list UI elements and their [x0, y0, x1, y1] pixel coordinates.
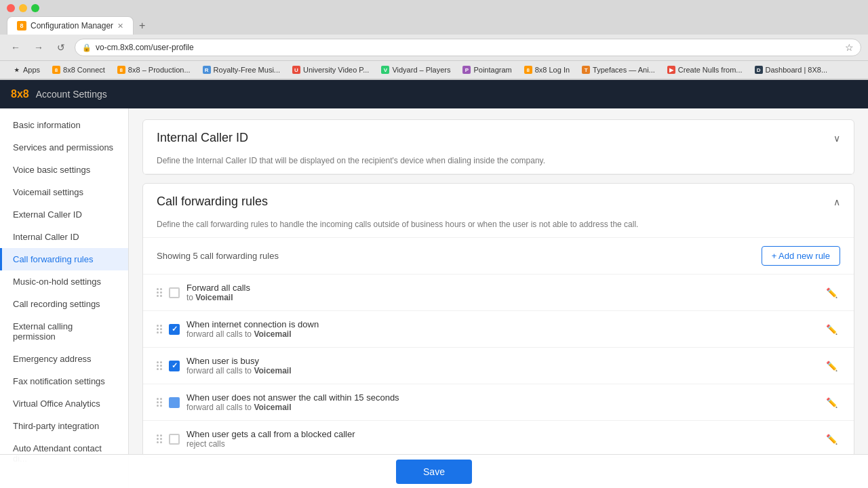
internal-caller-id-chevron: ∨ [833, 133, 840, 144]
browser-tab[interactable]: 8 Configuration Manager ✕ [7, 16, 134, 35]
rule-title-rule-2: When internet connection is down [186, 319, 816, 329]
bookmark-type[interactable]: TTypefaces — Ani... [576, 64, 660, 76]
rule-info-rule-5: When user gets a call from a blocked cal… [186, 429, 816, 449]
rule-title-rule-1: Forward all calls [186, 283, 816, 293]
drag-handle-rule-3[interactable] [157, 361, 162, 370]
bookmark-icon[interactable]: ☆ [845, 42, 854, 53]
reload-button[interactable]: ↺ [53, 41, 69, 54]
call-forwarding-chevron: ∧ [833, 197, 840, 207]
call-forwarding-subtitle: Define the call forwarding rules to hand… [143, 220, 854, 238]
bookmark-favicon-royalty: R [203, 66, 211, 74]
edit-rule-rule-2[interactable]: ✏️ [823, 321, 840, 338]
url-text: vo-cm.8x8.com/user-profile [96, 43, 841, 52]
close-window-button[interactable] [7, 4, 15, 12]
rule-checkbox-rule-5[interactable] [169, 434, 180, 445]
sidebar-item-internal-caller-id[interactable]: Internal Caller ID [0, 226, 128, 248]
internal-caller-id-section: Internal Caller ID ∨ Define the Internal… [142, 119, 854, 175]
bookmark-label-vidyard: Vidyard – Players [392, 66, 450, 74]
tab-favicon: 8 [17, 21, 26, 30]
rule-checkbox-rule-2[interactable] [169, 324, 180, 335]
rule-info-rule-4: When user does not answer the call withi… [186, 392, 816, 412]
bookmark-8x8log[interactable]: 88x8 Log In [519, 64, 575, 76]
edit-rule-rule-1[interactable]: ✏️ [823, 285, 840, 301]
bookmark-favicon-apps: ★ [12, 66, 20, 74]
traffic-lights [7, 4, 39, 12]
rules-list: Forward all callsto Voicemail✏️When inte… [143, 274, 854, 457]
minimize-window-button[interactable] [19, 4, 27, 12]
sidebar-item-voice-basic[interactable]: Voice basic settings [0, 159, 128, 181]
call-forwarding-header[interactable]: Call forwarding rules ∧ [143, 184, 854, 220]
bookmark-8x8prod[interactable]: 88x8 – Production... [112, 64, 196, 76]
sidebar-item-virtual-office[interactable]: Virtual Office Analytics [0, 392, 128, 415]
back-button[interactable]: ← [7, 41, 24, 54]
bookmark-label-royalty: Royalty-Free Musi... [214, 66, 280, 74]
bookmark-favicon-dash: D [755, 66, 763, 74]
bookmark-null[interactable]: ▶Create Nulls from... [662, 64, 748, 76]
bookmark-royalty[interactable]: RRoyalty-Free Musi... [197, 64, 285, 76]
rule-row: Forward all callsto Voicemail✏️ [143, 274, 854, 310]
drag-handle-rule-2[interactable] [157, 325, 162, 333]
add-rule-button[interactable]: + Add new rule [762, 246, 840, 266]
bookmark-dash[interactable]: DDashboard | 8X8... [749, 64, 833, 76]
bookmark-label-dash: Dashboard | 8X8... [766, 66, 828, 74]
drag-handle-rule-1[interactable] [157, 288, 162, 297]
bookmark-label-8x8connect: 8x8 Connect [63, 66, 105, 74]
sidebar-item-fax-notification[interactable]: Fax notification settings [0, 370, 128, 392]
bookmark-vidyard[interactable]: VVidyard – Players [376, 64, 456, 76]
internal-caller-id-subtitle: Define the Internal Caller ID that will … [143, 156, 854, 174]
call-forwarding-title: Call forwarding rules [157, 195, 268, 209]
rule-info-rule-3: When user is busyforward all calls to Vo… [186, 356, 816, 375]
bookmark-poi[interactable]: PPointagram [457, 64, 517, 76]
sidebar-item-call-recording[interactable]: Call recording settings [0, 293, 128, 315]
address-bar[interactable]: 🔒 vo-cm.8x8.com/user-profile ☆ [75, 39, 861, 56]
bookmark-label-apps: Apps [23, 66, 40, 74]
new-tab-button[interactable]: + [134, 17, 151, 35]
bookmark-label-type: Typefaces — Ani... [593, 66, 655, 74]
bookmark-label-8x8log: 8x8 Log In [535, 66, 570, 74]
internal-caller-id-header[interactable]: Internal Caller ID ∨ [143, 120, 854, 156]
lock-icon: 🔒 [82, 43, 92, 52]
bookmark-favicon-8x8connect: 8 [52, 66, 60, 74]
bookmark-favicon-8x8log: 8 [524, 66, 532, 74]
bookmarks-bar: ★Apps88x8 Connect88x8 – Production...RRo… [0, 61, 868, 79]
rule-title-rule-3: When user is busy [186, 356, 816, 366]
rule-checkbox-rule-1[interactable] [169, 287, 180, 298]
bookmark-label-null: Create Nulls from... [678, 66, 743, 74]
sidebar-item-call-forwarding[interactable]: Call forwarding rules [0, 248, 128, 270]
sidebar-item-external-caller-id[interactable]: External Caller ID [0, 203, 128, 226]
drag-handle-rule-5[interactable] [157, 434, 162, 443]
edit-rule-rule-5[interactable]: ✏️ [823, 431, 840, 447]
rule-row: When user gets a call from a blocked cal… [143, 420, 854, 457]
sidebar-item-emergency-address[interactable]: Emergency address [0, 348, 128, 370]
app-title: Account Settings [36, 89, 107, 100]
bookmark-favicon-poi: P [462, 66, 471, 74]
rule-title-rule-4: When user does not answer the call withi… [186, 392, 816, 403]
rule-desc-rule-5: reject calls [186, 439, 816, 449]
sidebar-item-third-party[interactable]: Third-party integration [0, 415, 128, 437]
sidebar-item-external-calling[interactable]: External calling permission [0, 315, 128, 348]
drag-handle-rule-4[interactable] [157, 398, 162, 407]
maximize-window-button[interactable] [31, 4, 39, 12]
rule-row: When user does not answer the call withi… [143, 384, 854, 420]
sidebar-item-basic-info[interactable]: Basic information [0, 114, 128, 136]
rule-checkbox-rule-3[interactable] [169, 361, 180, 371]
bookmark-label-poi: Pointagram [473, 66, 511, 74]
edit-rule-rule-3[interactable]: ✏️ [823, 358, 840, 374]
bookmark-univ[interactable]: UUniversity Video P... [287, 64, 374, 76]
sidebar-item-music-on-hold[interactable]: Music-on-hold settings [0, 270, 128, 293]
bookmark-8x8connect[interactable]: 88x8 Connect [47, 64, 111, 76]
tab-close-button[interactable]: ✕ [117, 22, 123, 30]
rule-info-rule-2: When internet connection is downforward … [186, 319, 816, 339]
bookmark-apps[interactable]: ★Apps [7, 64, 45, 76]
bookmark-label-univ: University Video P... [303, 66, 369, 74]
rule-checkbox-rule-4[interactable] [169, 397, 180, 408]
save-button[interactable]: Save [396, 460, 472, 484]
bookmark-favicon-vidyard: V [381, 66, 389, 74]
internal-caller-id-title: Internal Caller ID [157, 131, 248, 145]
bookmark-label-8x8prod: 8x8 – Production... [128, 66, 191, 74]
sidebar-item-services-permissions[interactable]: Services and permissions [0, 136, 128, 159]
sidebar-item-voicemail[interactable]: Voicemail settings [0, 181, 128, 203]
forward-button[interactable]: → [30, 41, 47, 54]
rules-count-label: Showing 5 call forwarding rules [157, 251, 279, 261]
edit-rule-rule-4[interactable]: ✏️ [823, 394, 840, 411]
